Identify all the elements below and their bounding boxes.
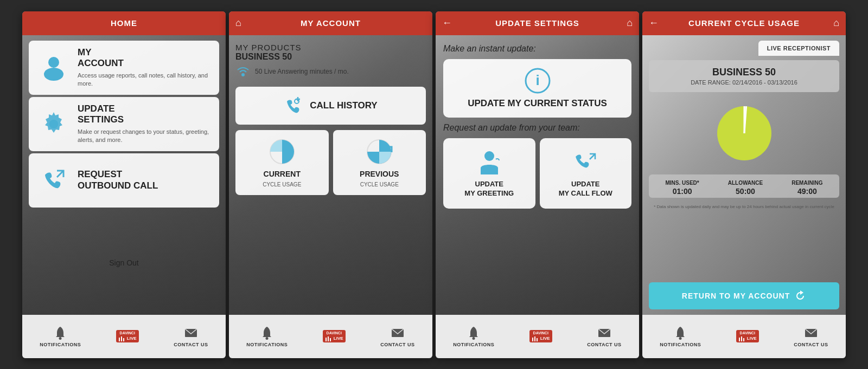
contact-us-label: CONTACT US	[174, 342, 208, 347]
home-nav-icon[interactable]: ⌂	[235, 17, 241, 29]
screens-wrapper: HOME MYACCOUNT Access usage reports, c	[0, 0, 868, 369]
mins-used-value: 01:00	[673, 187, 692, 196]
davinci-footer-item-4[interactable]: DAVINCI LIVE	[736, 330, 759, 343]
svg-rect-8	[123, 338, 124, 341]
update-callflow-button[interactable]: UPDATEMY CALL FLOW	[540, 138, 632, 209]
notifications-footer-item-3[interactable]: NOTIFICATIONS	[453, 325, 494, 347]
back-icon-2[interactable]: ←	[649, 17, 659, 29]
notifications-footer-item-2[interactable]: NOTIFICATIONS	[246, 325, 288, 347]
svg-point-5	[59, 337, 62, 340]
svg-point-22	[473, 337, 475, 340]
mail-icon-4	[803, 325, 819, 340]
update-settings-card[interactable]: UPDATESETTINGS Make or request changes t…	[29, 97, 219, 151]
mins-used-stat: MINS. USED* 01:00	[666, 180, 699, 196]
davinci-footer-item-3[interactable]: DAVINCI LIVE	[529, 330, 552, 343]
product-detail-text: 50 Live Answering minutes / mo.	[255, 68, 349, 75]
svg-point-1	[44, 68, 63, 81]
notifications-footer-item-4[interactable]: NOTIFICATIONS	[660, 325, 701, 347]
gear-icon	[37, 108, 70, 140]
cycle-header-title: CURRENT CYCLE USAGE	[688, 18, 800, 28]
svg-rect-7	[121, 336, 122, 341]
contact-us-label-2: CONTACT US	[380, 342, 414, 347]
usage-product-name: BUSINESS 50	[655, 67, 833, 78]
tab-row: LIVE RECEPTIONIST	[649, 41, 839, 56]
wifi-signal-icon	[235, 64, 251, 79]
live-label: LIVE	[127, 336, 137, 341]
home-icon[interactable]: ⌂	[627, 17, 633, 29]
mail-icon	[183, 325, 199, 340]
cycle-header: ← CURRENT CYCLE USAGE ⌂	[642, 11, 846, 35]
svg-rect-16	[328, 336, 329, 341]
person-wave-icon	[475, 148, 503, 177]
live-receptionist-tab[interactable]: LIVE RECEPTIONIST	[758, 41, 839, 56]
davinci-footer-item-2[interactable]: DAVINCI LIVE	[323, 330, 346, 343]
home-footer: NOTIFICATIONS DAVINCI LIVE	[22, 315, 226, 358]
screen-home: HOME MYACCOUNT Access usage reports, c	[22, 11, 226, 358]
update-greeting-button[interactable]: UPDATEMY GREETING	[443, 138, 535, 209]
bell-icon-4	[673, 325, 688, 340]
settings-header: ← UPDATE SETTINGS ⌂	[436, 11, 639, 35]
svg-point-21	[484, 151, 494, 161]
my-account-title: MYACCOUNT	[78, 47, 210, 69]
usage-pie-chart	[712, 101, 777, 166]
contact-us-label-4: CONTACT US	[794, 342, 828, 347]
remaining-stat: REMAINING 49:00	[792, 180, 822, 196]
remaining-value: 49:00	[797, 187, 817, 196]
svg-rect-23	[532, 338, 533, 341]
svg-rect-31	[739, 338, 740, 341]
allowance-value: 50:00	[736, 187, 755, 196]
update-status-button[interactable]: i UPDATE MY CURRENT STATUS	[443, 59, 631, 118]
stats-row: MINS. USED* 01:00 ALLOWANCE 50:00 REMAIN…	[649, 174, 839, 198]
davinci-live-badge-3: LIVE	[532, 336, 550, 341]
update-settings-subtitle: Make or request changes to your status, …	[78, 128, 210, 145]
davinci-label: DAVINCI	[120, 331, 135, 335]
allowance-label: ALLOWANCE	[728, 180, 763, 186]
my-account-subtitle: Access usage reports, call notes, call h…	[78, 72, 210, 88]
home-header-title: HOME	[111, 18, 137, 28]
live-label-2: LIVE	[334, 336, 343, 341]
home-header: HOME	[22, 11, 226, 35]
current-cycle-sub: CYCLE USAGE	[263, 182, 301, 187]
usage-content: LIVE RECEPTIONIST BUSINESS 50 DATE RANGE…	[642, 35, 846, 315]
contact-us-footer-item-3[interactable]: CONTACT US	[587, 325, 621, 347]
davinci-footer-item[interactable]: DAVINCI LIVE	[116, 330, 139, 343]
contact-us-footer-item-2[interactable]: CONTACT US	[380, 325, 414, 347]
svg-point-30	[679, 337, 682, 340]
davinci-live-badge-2: LIVE	[325, 336, 343, 341]
davinci-live-badge: LIVE	[118, 336, 137, 341]
davinci-label-4: DAVINCI	[740, 331, 755, 335]
mail-icon-3	[597, 325, 612, 340]
current-cycle-button[interactable]: CURRENT CYCLE USAGE	[235, 130, 329, 195]
call-history-icon	[284, 96, 303, 115]
allowance-stat: ALLOWANCE 50:00	[728, 180, 763, 196]
settings-header-title: UPDATE SETTINGS	[495, 18, 579, 28]
bell-icon-2	[259, 325, 275, 340]
sign-out-link[interactable]: Sign Out	[109, 258, 138, 267]
home-icon-2[interactable]: ⌂	[833, 17, 839, 29]
my-account-card[interactable]: MYACCOUNT Access usage reports, call not…	[29, 41, 219, 95]
contact-us-footer-item[interactable]: CONTACT US	[174, 325, 208, 347]
back-icon[interactable]: ←	[442, 17, 452, 29]
person-icon	[37, 51, 70, 84]
update-settings-title: UPDATESETTINGS	[78, 103, 210, 126]
previous-cycle-button[interactable]: PREVIOUS CYCLE USAGE	[333, 130, 426, 195]
current-cycle-label: CURRENT	[264, 170, 301, 179]
return-to-account-button[interactable]: RETURN TO MY ACCOUNT	[649, 282, 839, 309]
request-outbound-card[interactable]: REQUESTOUTBOUND CALL	[29, 153, 219, 208]
live-signal-icon	[118, 336, 126, 341]
previous-cycle-icon	[365, 137, 394, 166]
previous-cycle-sub: CYCLE USAGE	[360, 182, 399, 187]
davinci-badge-2: DAVINCI LIVE	[323, 330, 346, 343]
mail-icon-2	[390, 325, 405, 340]
screen-current-cycle: ← CURRENT CYCLE USAGE ⌂ LIVE RECEPTIONIS…	[642, 11, 846, 358]
update-settings-card-text: UPDATESETTINGS Make or request changes t…	[78, 103, 210, 145]
svg-rect-15	[326, 338, 327, 341]
davinci-label-2: DAVINCI	[327, 331, 342, 335]
account-header: ⌂ MY ACCOUNT	[229, 11, 432, 35]
svg-rect-33	[743, 338, 744, 341]
notifications-footer-item[interactable]: NOTIFICATIONS	[40, 325, 81, 347]
mins-used-label: MINS. USED*	[666, 180, 699, 186]
call-history-button[interactable]: CALL HISTORY	[235, 87, 426, 125]
contact-us-footer-item-4[interactable]: CONTACT US	[794, 325, 828, 347]
remaining-label: REMAINING	[792, 180, 822, 186]
